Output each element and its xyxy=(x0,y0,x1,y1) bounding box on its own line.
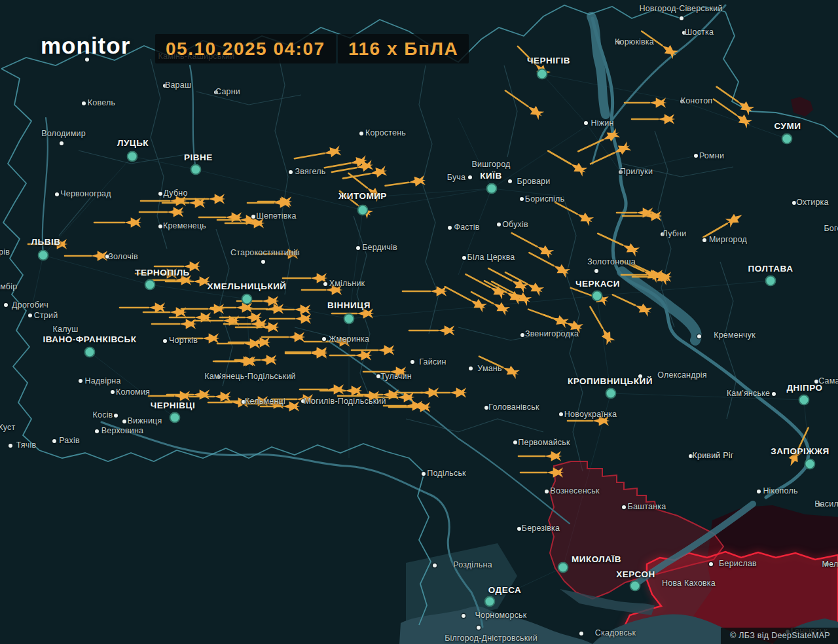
town-label: Чортків xyxy=(169,336,198,345)
city-label: ЧЕРКАСИ xyxy=(575,279,620,289)
drone-trail xyxy=(555,202,577,214)
city-label: МИКОЛАЇВ xyxy=(572,554,621,564)
city-dot xyxy=(127,151,138,162)
town-dot xyxy=(484,406,488,410)
town-dot xyxy=(82,101,86,105)
town-dot xyxy=(694,154,698,158)
town-dot xyxy=(477,626,481,630)
drone-trail xyxy=(343,173,370,178)
town-label: Біла Церква xyxy=(467,253,515,262)
town-label: Дрогобич xyxy=(12,301,48,310)
city-label: ЧЕРНІГІВ xyxy=(527,56,570,65)
drone-icon xyxy=(501,363,520,379)
drone-icon xyxy=(294,304,311,314)
town-dot xyxy=(359,132,363,135)
drone-icon xyxy=(430,286,447,296)
drone-icon xyxy=(275,196,292,206)
drone-trail xyxy=(529,253,553,266)
city-dot xyxy=(38,250,49,261)
city-label: ЧЕРНІВЦІ xyxy=(151,401,195,410)
drone-trail xyxy=(465,274,490,287)
town-label: Лубни xyxy=(663,230,687,238)
drone-icon xyxy=(450,387,467,397)
drone-icon xyxy=(525,279,545,296)
town-dot xyxy=(28,313,32,317)
drone-icon xyxy=(262,296,279,306)
town-label: Звенигородка xyxy=(525,330,579,338)
town-label: Калуш xyxy=(53,325,79,334)
town-dot xyxy=(322,337,326,341)
town-dot xyxy=(520,333,524,337)
town-label: Тячів xyxy=(16,441,37,450)
town-dot xyxy=(289,170,293,174)
drone-trail xyxy=(578,140,603,152)
town-dot xyxy=(584,121,588,125)
town-label: Ковель xyxy=(88,99,115,107)
town-label: Голованівськ xyxy=(488,403,539,412)
drone-trail xyxy=(613,295,635,305)
drone-icon xyxy=(323,145,342,158)
drone-icon xyxy=(575,209,595,226)
town-label: Березівка xyxy=(522,524,560,533)
town-label: Роздільна xyxy=(453,561,492,569)
town-dot xyxy=(594,269,598,273)
town-dot xyxy=(4,303,8,307)
drone-icon xyxy=(735,98,755,116)
town-label: Бориспіль xyxy=(525,195,565,204)
drone-icon xyxy=(369,166,388,179)
town-label: Яворів xyxy=(0,248,10,257)
drone-trail xyxy=(591,307,603,329)
town-label: Новоукраїнка xyxy=(564,410,617,419)
drone-icon xyxy=(124,217,141,227)
town-dot xyxy=(433,564,437,567)
drone-icon xyxy=(659,41,679,60)
drone-icon xyxy=(725,211,745,228)
town-label: Вижниця xyxy=(128,417,162,425)
drone-icon xyxy=(202,333,219,343)
town-dot xyxy=(323,282,327,286)
town-dot xyxy=(520,197,524,201)
town-label: Верховина xyxy=(101,427,143,435)
drone-trail xyxy=(386,183,409,186)
town-dot xyxy=(468,175,472,179)
town-dot xyxy=(448,226,452,230)
drone-icon xyxy=(208,304,225,313)
drone-trail xyxy=(512,233,537,247)
town-label: Богодухів xyxy=(824,224,838,233)
drone-trail xyxy=(544,315,566,323)
drone-icon xyxy=(568,160,589,177)
town-label: Фастів xyxy=(454,223,479,232)
town-label: Стрий xyxy=(34,312,58,320)
drone-trail xyxy=(325,163,350,168)
town-label: Володимир xyxy=(41,130,86,138)
town-label: Червоноград xyxy=(60,190,111,198)
town-dot xyxy=(559,412,563,416)
town-dot xyxy=(251,215,255,219)
city-label: ЛЬВІВ xyxy=(31,237,61,247)
drone-trail xyxy=(598,234,623,245)
map-canvas[interactable]: Камінь-КаширськийКовельВарашСарниВолодим… xyxy=(0,0,838,644)
town-label: Олександрія xyxy=(657,371,707,380)
town-label: Охтирка xyxy=(796,198,828,207)
town-label: Тульчин xyxy=(380,372,412,381)
city-dot xyxy=(630,581,641,592)
town-label: Золотоноша xyxy=(587,258,636,266)
drone-icon xyxy=(193,389,210,399)
town-label: Миргород xyxy=(709,236,747,244)
drone-trail xyxy=(445,287,471,300)
city-label: ДНІПРО xyxy=(786,383,822,393)
town-label: Старокостянтинів xyxy=(230,249,300,257)
town-dot xyxy=(513,440,517,444)
city-dot xyxy=(242,294,253,305)
town-label: Вишгород xyxy=(471,160,510,169)
town-dot xyxy=(60,141,64,145)
drone-icon xyxy=(525,102,545,120)
town-label: Бердичів xyxy=(362,243,397,252)
town-dot xyxy=(163,339,167,343)
town-label: Чорноморськ xyxy=(475,611,526,620)
town-label: Прилуки xyxy=(620,168,653,176)
town-label: Нікополь xyxy=(763,487,797,495)
town-label: Кам'янське xyxy=(727,389,770,398)
city-label: ОДЕСА xyxy=(488,585,522,595)
drone-icon xyxy=(551,261,572,278)
